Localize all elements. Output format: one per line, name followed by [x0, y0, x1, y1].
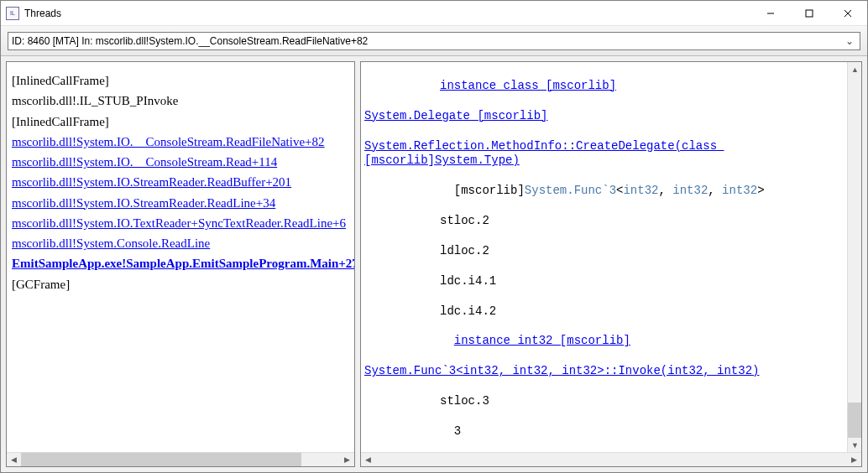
il-link[interactable]: System.Func`3<int32, int32, int32>::Invo…	[364, 364, 759, 377]
thread-select-value: ID: 8460 [MTA] In: mscorlib.dll!System.I…	[12, 35, 368, 47]
scroll-right-icon[interactable]: ▶	[340, 453, 354, 467]
scroll-down-icon[interactable]: ▼	[848, 438, 862, 452]
il-link[interactable]: instance int32 [mscorlib]	[454, 334, 630, 347]
chevron-down-icon: ⌄	[843, 35, 856, 47]
titlebar: IL Threads	[1, 1, 867, 26]
stack-frame-link[interactable]: mscorlib.dll!System.Console.ReadLine	[12, 236, 210, 250]
stack-frame[interactable]: mscorlib.dll!System.IO.__ConsoleStream.R…	[12, 133, 349, 150]
stack-frame-link[interactable]: mscorlib.dll!System.IO.TextReader+SyncTe…	[12, 216, 346, 230]
disassembly-pane: callvirtinstance class [mscorlib] System…	[360, 61, 862, 467]
scroll-left-icon[interactable]: ◀	[7, 453, 21, 467]
il-link[interactable]: System.Reflection.MethodInfo::CreateDele…	[364, 139, 724, 168]
maximize-button[interactable]	[790, 1, 829, 26]
disassembly-hscroll[interactable]: ◀ ▶	[361, 452, 861, 466]
callstack-pane: [InlinedCallFrame]mscorlib.dll!.IL_STUB_…	[6, 61, 355, 467]
minimize-button[interactable]	[751, 1, 790, 26]
disassembly-view[interactable]: callvirtinstance class [mscorlib] System…	[361, 62, 861, 452]
window-title: Threads	[24, 8, 61, 19]
stack-frame[interactable]: mscorlib.dll!System.Console.ReadLine	[12, 235, 349, 252]
il-link[interactable]: instance class [mscorlib]	[440, 79, 616, 92]
stack-frame[interactable]: mscorlib.dll!System.IO.StreamReader.Read…	[12, 195, 349, 211]
il-link[interactable]: System.Delegate [mscorlib]	[364, 109, 547, 122]
stack-frame: [InlinedCallFrame]	[12, 113, 349, 130]
close-icon	[844, 9, 852, 18]
workarea: [InlinedCallFrame]mscorlib.dll!.IL_STUB_…	[1, 56, 867, 472]
stack-frame: mscorlib.dll!.IL_STUB_PInvoke	[12, 92, 349, 109]
stack-frame-link[interactable]: mscorlib.dll!System.IO.StreamReader.Read…	[12, 175, 291, 189]
app-icon: IL	[6, 7, 19, 20]
stack-frame: [InlinedCallFrame]	[12, 72, 349, 89]
stack-frame[interactable]: mscorlib.dll!System.IO.StreamReader.Read…	[12, 174, 349, 190]
callstack-hscroll[interactable]: ◀ ▶	[7, 452, 354, 466]
maximize-icon	[805, 9, 813, 18]
scroll-up-icon[interactable]: ▲	[848, 62, 862, 76]
stack-frame[interactable]: mscorlib.dll!System.IO.__ConsoleStream.R…	[12, 153, 349, 170]
svg-rect-1	[806, 10, 813, 17]
stack-frame: [GCFrame]	[12, 276, 349, 293]
scroll-left-icon[interactable]: ◀	[361, 453, 375, 467]
thread-select-combo[interactable]: ID: 8460 [MTA] In: mscorlib.dll!System.I…	[8, 32, 860, 50]
stack-frame-link[interactable]: EmitSampleApp.exe!SampleApp.EmitSamplePr…	[12, 257, 354, 270]
callstack-list[interactable]: [InlinedCallFrame]mscorlib.dll!.IL_STUB_…	[7, 62, 354, 452]
stack-frame-link[interactable]: mscorlib.dll!System.IO.__ConsoleStream.R…	[12, 135, 325, 148]
disassembly-vscroll[interactable]: ▲ ▼	[847, 62, 861, 452]
stack-frame-link[interactable]: mscorlib.dll!System.IO.StreamReader.Read…	[12, 196, 275, 210]
stack-frame-link[interactable]: mscorlib.dll!System.IO.__ConsoleStream.R…	[12, 155, 277, 169]
stack-frame[interactable]: EmitSampleApp.exe!SampleApp.EmitSamplePr…	[12, 255, 349, 272]
stack-frame[interactable]: mscorlib.dll!System.IO.TextReader+SyncTe…	[12, 215, 349, 231]
toolbar: ID: 8460 [MTA] In: mscorlib.dll!System.I…	[1, 26, 867, 56]
scroll-right-icon[interactable]: ▶	[847, 453, 861, 467]
close-button[interactable]	[829, 1, 867, 26]
minimize-icon	[766, 9, 775, 18]
callstack-hscroll-thumb[interactable]	[21, 453, 301, 466]
disassembly-vscroll-thumb[interactable]	[848, 403, 861, 438]
